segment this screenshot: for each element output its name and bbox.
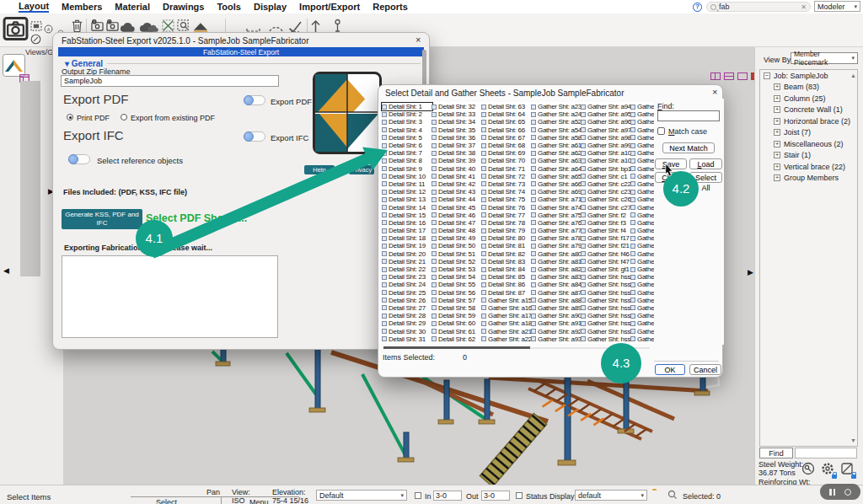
sheet-item[interactable]: Detail Sht: 35	[432, 126, 482, 134]
sheet-item[interactable]: Gather Sht: f4	[581, 227, 631, 234]
expand-icon[interactable]: +	[774, 164, 780, 170]
sheet-item[interactable]: Gather Sht: a21	[481, 327, 532, 335]
sheet-item[interactable]: Gather Sht: hss1	[581, 273, 631, 281]
sheet-item[interactable]: Detail Sht: 18	[382, 234, 432, 242]
sheet-item[interactable]: Gathe	[630, 126, 654, 134]
sheet-item[interactable]: Gather Sht: a61	[531, 142, 582, 149]
sheet-item[interactable]: Detail Sht: 54	[432, 273, 482, 281]
sheet-item[interactable]: Detail Sht: 4	[382, 126, 432, 134]
sheet-item[interactable]: Gathe	[630, 142, 654, 149]
expand-right-arrow[interactable]: ▶	[748, 268, 753, 276]
sheet-item[interactable]: Gather Sht: a22	[481, 335, 532, 343]
piecemark-tree[interactable]: − Job: SampleJob +Beam (83)+Column (25)+…	[759, 69, 858, 447]
sheet-item[interactable]: Detail Sht: 64	[481, 110, 532, 118]
sheet-item[interactable]: Gathe	[630, 250, 654, 258]
find-field[interactable]	[795, 448, 857, 458]
sheet-item[interactable]: Gather Sht: a88	[531, 297, 582, 304]
sheet-item[interactable]: Gathe	[630, 173, 654, 180]
sheet-item[interactable]: Detail Sht: 59	[432, 312, 482, 319]
sheet-item[interactable]: Gather Sht: a71	[531, 196, 582, 203]
cascade-windows-icon[interactable]	[724, 72, 734, 80]
sheet-item[interactable]: Detail Sht: 9	[382, 165, 432, 173]
sheet-item[interactable]: Gathe	[630, 219, 654, 227]
sheet-item[interactable]: Gather Sht: f17	[581, 234, 631, 242]
sheet-item[interactable]: Gather Sht: a92	[531, 327, 582, 335]
expand-icon[interactable]: +	[774, 118, 780, 125]
sheet-item[interactable]: Detail Sht: 45	[432, 203, 482, 211]
sheet-item[interactable]: Gathe	[630, 157, 654, 164]
sheet-item[interactable]: Detail Sht: 74	[481, 188, 532, 196]
sheet-item[interactable]: Gathe	[630, 312, 654, 319]
expand-icon[interactable]: +	[774, 152, 780, 158]
sheet-item[interactable]: Detail Sht: 66	[481, 126, 532, 134]
match-case-checkbox[interactable]	[657, 127, 665, 135]
sheet-item[interactable]: Gather Sht: a90	[531, 312, 582, 319]
sheet-item[interactable]: Gathe	[630, 289, 654, 297]
sheet-item[interactable]: Detail Sht: 80	[481, 234, 532, 242]
sheet-item[interactable]: Gather Sht: c26	[581, 196, 631, 203]
sheet-item[interactable]: Gathe	[630, 327, 654, 335]
expand-icon[interactable]: +	[774, 141, 780, 147]
sheet-item[interactable]: Detail Sht: 57	[432, 297, 482, 304]
mode-select[interactable]: Modeler ▾	[814, 1, 860, 12]
sheet-item[interactable]: Detail Sht: 46	[432, 212, 482, 219]
sheet-item[interactable]: Gather Sht: a91	[531, 319, 582, 327]
sheet-item[interactable]: Detail Sht: 14	[382, 203, 432, 211]
sheet-item[interactable]: Detail Sht: 49	[432, 234, 482, 242]
sheet-item[interactable]: Detail Sht: 11	[382, 180, 432, 188]
sheet-item[interactable]: Detail Sht: 81	[481, 242, 532, 249]
sheet-item[interactable]: Detail Sht: 78	[481, 219, 532, 227]
clear-search-icon[interactable]: ✕	[801, 3, 807, 11]
sheet-item[interactable]: Gathe	[630, 103, 654, 110]
sheet-item[interactable]: Gather Sht: a66	[531, 180, 582, 188]
sheet-item[interactable]: Detail Sht: 32	[432, 103, 482, 110]
sheet-item[interactable]: Detail Sht: 51	[432, 250, 482, 258]
sheet-item[interactable]: Detail Sht: 31	[382, 335, 432, 343]
export-ifc-toggle[interactable]	[244, 131, 265, 142]
sheet-item[interactable]: Detail Sht: 53	[432, 265, 482, 273]
sheet-item[interactable]: Detail Sht: 52	[432, 258, 482, 265]
sheet-item[interactable]: Detail Sht: 16	[382, 219, 432, 227]
sheet-item[interactable]: Detail Sht: 68	[481, 142, 532, 149]
menu-display[interactable]: Display	[254, 2, 287, 12]
sheet-item[interactable]: Gather Sht: a74	[531, 203, 582, 211]
sheet-item[interactable]: Gather Sht: a99	[581, 142, 631, 149]
sheet-item[interactable]: Gather Sht: a98	[581, 134, 631, 142]
scroll-up-icon[interactable]: ▲	[850, 72, 856, 78]
sheet-item[interactable]: Gathe	[630, 227, 654, 234]
sheet-item[interactable]: Detail Sht: 72	[481, 173, 532, 180]
menu-reports[interactable]: Reports	[373, 2, 408, 12]
sheet-item[interactable]: Gathe	[630, 165, 654, 173]
sheet-item[interactable]: Gather Sht: a78	[531, 234, 582, 242]
tree-item[interactable]: +Joist (7)	[760, 127, 857, 139]
sheet-item[interactable]: Detail Sht: 86	[481, 281, 532, 288]
status-select[interactable]: default▾	[575, 490, 647, 501]
sheet-item[interactable]: Detail Sht: 27	[382, 304, 432, 312]
sheet-item[interactable]: Detail Sht: 19	[382, 242, 432, 249]
sheet-item[interactable]: Detail Sht: 13	[382, 196, 432, 203]
sheet-item[interactable]: Gather Sht: a58	[531, 134, 582, 142]
find-input[interactable]	[657, 110, 720, 121]
sheet-item[interactable]: Gather Sht: c22	[581, 180, 631, 188]
sheet-item[interactable]: Gather Sht: a69	[531, 188, 582, 196]
sheet-item[interactable]: Detail Sht: 3	[382, 118, 432, 126]
print-pdf-radio[interactable]	[67, 114, 73, 121]
help-button[interactable]: Help	[304, 165, 335, 174]
expand-icon[interactable]: +	[774, 129, 780, 136]
display-lock-icon[interactable]	[840, 462, 855, 478]
sheet-item[interactable]: Gathe	[630, 134, 654, 142]
sheet-item[interactable]: Gathe	[630, 149, 654, 157]
sheet-item[interactable]: Gather Sht: a75	[531, 212, 582, 219]
sheet-item[interactable]: Detail Sht: 8	[382, 157, 432, 164]
annotate-icon[interactable]: A	[44, 22, 53, 37]
sheet-item[interactable]: Detail Sht: 2	[382, 110, 432, 118]
tree-item[interactable]: +Beam (83)	[760, 82, 857, 94]
tree-item[interactable]: +Vertical brace (22)	[760, 161, 857, 173]
in-field[interactable]: 3-0	[433, 491, 462, 501]
sheet-item[interactable]: Detail Sht: 84	[481, 265, 532, 273]
sheet-item[interactable]: Gather Sht: hss9	[581, 297, 631, 304]
screenshot-tool-icon[interactable]	[3, 17, 29, 44]
sheet-item[interactable]: Gather Sht: c23	[581, 188, 631, 196]
sheet-item[interactable]: Gathe	[630, 203, 654, 211]
expand-icon[interactable]: +	[774, 174, 780, 181]
